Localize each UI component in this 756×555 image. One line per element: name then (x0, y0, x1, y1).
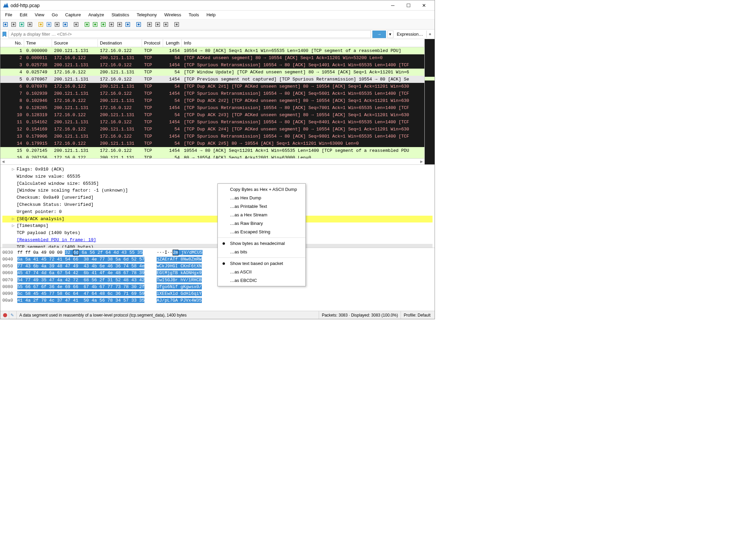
svg-point-17 (75, 23, 77, 25)
svg-point-21 (94, 23, 96, 25)
menu-tools[interactable]: Tools (185, 11, 202, 18)
status-bar: ✎ A data segment used in reassembly of a… (0, 311, 435, 319)
context-menu-item[interactable]: …as Raw Binary (218, 219, 305, 228)
close-icon[interactable] (53, 21, 61, 28)
context-menu-item[interactable]: …as a Hex Stream (218, 211, 305, 219)
menu-wireless[interactable]: Wireless (161, 11, 184, 18)
menu-telephony[interactable]: Telephony (133, 11, 160, 18)
bookmark-icon[interactable] (2, 32, 7, 37)
svg-point-35 (157, 23, 159, 25)
close-button[interactable]: ✕ (416, 1, 432, 10)
context-menu-item[interactable]: Copy Bytes as Hex + ASCII Dump (218, 185, 305, 194)
options-icon[interactable] (26, 21, 34, 28)
autoscroll-icon[interactable] (124, 21, 131, 28)
detail-row[interactable]: Window size value: 65535 (2, 173, 433, 180)
context-menu-item[interactable]: …as Printable Text (218, 202, 305, 211)
packet-row[interactable]: 120.154169172.16.0.122200.121.1.131TCP54… (0, 126, 424, 133)
packet-row[interactable]: 110.154162200.121.1.131172.16.0.122TCP14… (0, 119, 424, 126)
col-time[interactable]: Time (24, 39, 52, 47)
zoomout-icon[interactable] (154, 21, 161, 28)
context-menu-item[interactable]: …as Escaped String (218, 228, 305, 236)
prev-icon[interactable] (83, 21, 91, 28)
svg-point-1 (4, 23, 6, 25)
packet-row[interactable]: 40.025749172.16.0.122200.121.1.131TCP54[… (0, 69, 424, 76)
titlebar: odd-http.pcap ─ ☐ ✕ (0, 0, 435, 11)
menu-help[interactable]: Help (203, 11, 219, 18)
packet-row[interactable]: 60.076978172.16.0.122200.121.1.131TCP54[… (0, 83, 424, 90)
context-menu-item[interactable]: …as bits (218, 248, 305, 256)
jump-icon[interactable] (100, 21, 107, 28)
expand-icon[interactable]: ▷ (12, 216, 17, 223)
context-menu: Copy Bytes as Hex + ASCII Dump…as Hex Du… (217, 183, 306, 286)
detail-row[interactable]: ▷Flags: 0x010 (ACK) (2, 166, 433, 173)
filter-dropdown[interactable]: ▾ (387, 31, 393, 38)
status-packets: Packets: 3083 · Displayed: 3083 (100.0%) (319, 311, 401, 319)
first-icon[interactable] (108, 21, 115, 28)
context-menu-item[interactable]: …as EBCDIC (218, 276, 305, 285)
minimize-button[interactable]: ─ (385, 1, 401, 10)
svg-point-27 (119, 23, 121, 25)
packet-row[interactable]: 20.000011172.16.0.122200.121.1.131TCP54[… (0, 54, 424, 61)
packet-list[interactable]: 10.000000200.121.1.131172.16.0.122TCP145… (0, 47, 424, 158)
context-menu-item[interactable]: Show text based on packet (218, 259, 305, 268)
menu-view[interactable]: View (31, 11, 48, 18)
context-menu-item[interactable]: …as ASCII (218, 268, 305, 276)
col-length[interactable]: Length (163, 39, 182, 47)
menu-file[interactable]: File (2, 11, 16, 18)
stop-icon[interactable] (10, 21, 17, 28)
restart-icon[interactable] (18, 21, 25, 28)
save-icon[interactable] (45, 21, 53, 28)
find-icon[interactable] (72, 21, 80, 28)
packet-row[interactable]: 100.128319172.16.0.122200.121.1.131TCP54… (0, 111, 424, 119)
packet-row[interactable]: 70.102939200.121.1.131172.16.0.122TCP145… (0, 90, 424, 97)
zoomreset-icon[interactable] (162, 21, 170, 28)
hex-row[interactable]: 00906c 58 45 45 77 58 6c 64 47 64 48 6c … (2, 290, 433, 297)
packet-row[interactable]: 150.207145200.121.1.131172.16.0.122TCP14… (0, 147, 424, 154)
expand-icon[interactable]: ▷ (12, 222, 17, 230)
expert-icon[interactable] (3, 313, 7, 317)
zoomin-icon[interactable] (146, 21, 153, 28)
open-icon[interactable] (37, 21, 45, 28)
apply-filter-button[interactable]: → (372, 31, 386, 38)
context-menu-item[interactable]: …as Hex Dump (218, 194, 305, 202)
packet-row[interactable]: 80.102946172.16.0.122200.121.1.131TCP54[… (0, 97, 424, 104)
col-info[interactable]: Info (182, 39, 424, 47)
expression-button[interactable]: Expression… (395, 31, 425, 38)
capture-icon[interactable]: ✎ (11, 313, 14, 318)
expand-icon[interactable]: ▷ (12, 166, 17, 173)
col-protocol[interactable]: Protocol (142, 39, 163, 47)
last-icon[interactable] (116, 21, 123, 28)
menu-go[interactable]: Go (48, 11, 61, 18)
maximize-button[interactable]: ☐ (401, 1, 416, 10)
packet-row[interactable]: 140.179915172.16.0.122200.121.1.131TCP54… (0, 140, 424, 147)
svg-point-7 (29, 23, 31, 25)
colorize-icon[interactable] (135, 21, 142, 28)
resize-icon[interactable] (173, 21, 180, 28)
packet-row[interactable]: 160.207156172.16.0.122200.121.1.131TCP54… (0, 154, 424, 158)
packet-row[interactable]: 90.128285200.121.1.131172.16.0.122TCP145… (0, 104, 424, 111)
col-destination[interactable]: Destination (98, 39, 142, 47)
hex-row[interactable]: 00a041 4a 2f 70 4c 37 47 41 50 4a 56 78 … (2, 297, 433, 304)
status-profile[interactable]: Profile: Default (401, 311, 433, 319)
packet-row[interactable]: 30.025738200.121.1.131172.16.0.122TCP145… (0, 61, 424, 69)
packet-row[interactable]: 50.076967200.121.1.131172.16.0.122TCP145… (0, 76, 424, 83)
next-icon[interactable] (91, 21, 99, 28)
menu-statistics[interactable]: Statistics (108, 11, 133, 18)
col-source[interactable]: Source (52, 39, 98, 47)
context-menu-item[interactable]: Show bytes as hexadecimal (218, 239, 305, 248)
svg-point-25 (110, 23, 112, 25)
add-filter-button[interactable]: + (426, 31, 433, 38)
col-no[interactable]: No. (0, 39, 24, 47)
menu-analyze[interactable]: Analyze (85, 11, 107, 18)
packet-row[interactable]: 130.179906200.121.1.131172.16.0.122TCP14… (0, 133, 424, 140)
packet-minimap[interactable] (424, 39, 435, 164)
menu-capture[interactable]: Capture (62, 11, 84, 18)
filter-bar: → ▾ Expression… + (0, 30, 435, 39)
fin-icon[interactable] (2, 21, 9, 28)
display-filter-input[interactable] (8, 30, 371, 38)
menu-edit[interactable]: Edit (16, 11, 31, 18)
packet-row[interactable]: 10.000000200.121.1.131172.16.0.122TCP145… (0, 47, 424, 54)
hscroll[interactable]: ◄► (0, 158, 424, 164)
toolbar (0, 19, 435, 30)
reload-icon[interactable] (61, 21, 69, 28)
